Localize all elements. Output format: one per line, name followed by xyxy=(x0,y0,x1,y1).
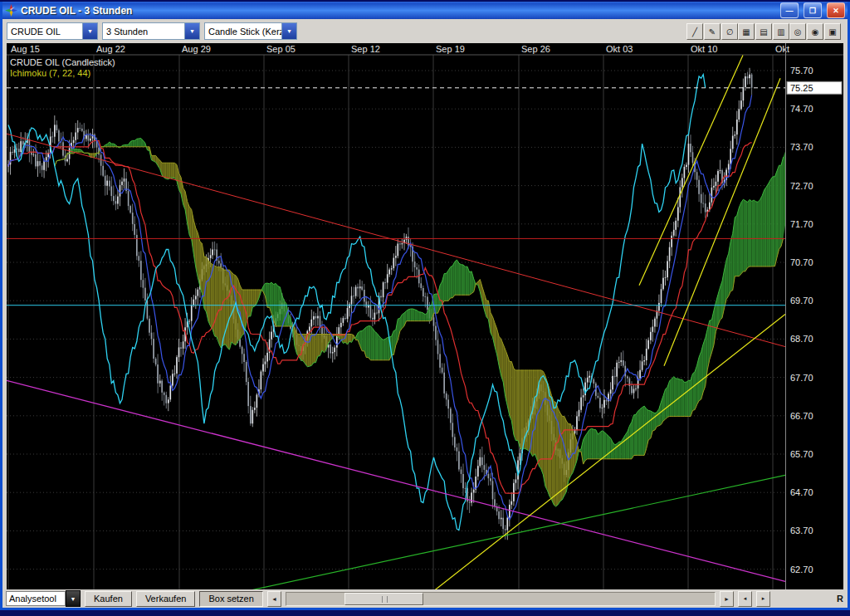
box-icon: ▣ xyxy=(828,27,836,37)
ring-icon: ◎ xyxy=(794,27,802,37)
app-icon xyxy=(5,4,17,17)
pencil-tool-button[interactable]: ✎ xyxy=(704,23,721,40)
chevron-left-icon: ◂ xyxy=(744,595,747,602)
scroll-left-button[interactable]: ◄ xyxy=(267,591,281,607)
timeframe-select[interactable]: 3 Stunden ▼ xyxy=(102,22,200,40)
step-right-button[interactable]: ▸ xyxy=(756,591,770,607)
empty-set-icon: ∅ xyxy=(726,27,734,37)
ring-indicator-button[interactable]: ◎ xyxy=(789,23,806,40)
chart-area[interactable]: 75.7074.7073.7072.7071.7070.7069.7068.70… xyxy=(7,43,843,589)
grid-dense-button[interactable]: ▦ xyxy=(738,23,755,40)
set-box-button[interactable]: Box setzen xyxy=(199,591,262,607)
chevron-down-icon: ▼ xyxy=(71,596,76,602)
svg-text:70.70: 70.70 xyxy=(790,257,813,267)
svg-text:Aug 15: Aug 15 xyxy=(11,44,40,54)
svg-text:69.70: 69.70 xyxy=(790,296,813,306)
svg-text:Sep 05: Sep 05 xyxy=(266,44,296,54)
horizontal-scrollbar[interactable] xyxy=(286,592,716,606)
chart-type-select[interactable]: Candle Stick (Kerze ▼ xyxy=(204,22,297,40)
svg-text:72.70: 72.70 xyxy=(790,181,813,191)
scroll-right-button[interactable]: ► xyxy=(720,591,734,607)
chart-type-value: Candle Stick (Kerze xyxy=(205,27,281,37)
svg-text:73.70: 73.70 xyxy=(790,142,813,152)
svg-text:Ichimoku (7, 22, 44): Ichimoku (7, 22, 44) xyxy=(10,68,90,78)
step-left-button[interactable]: ◂ xyxy=(738,591,752,607)
trendline-icon: ╱ xyxy=(692,27,697,37)
svg-text:74.70: 74.70 xyxy=(790,104,813,114)
top-toolbar: CRUDE OIL ▼ 3 Stunden ▼ Candle Stick (Ke… xyxy=(2,19,848,43)
box-indicator-button[interactable]: ▣ xyxy=(824,23,841,40)
svg-text:66.70: 66.70 xyxy=(790,411,813,421)
svg-text:75.70: 75.70 xyxy=(790,66,813,76)
chart-canvas[interactable]: 75.7074.7073.7072.7071.7070.7069.7068.70… xyxy=(7,43,843,589)
svg-text:75.25: 75.25 xyxy=(790,83,813,93)
svg-text:Sep 19: Sep 19 xyxy=(436,44,465,54)
chevron-down-icon[interactable]: ▼ xyxy=(281,23,296,39)
minimize-button[interactable]: — xyxy=(780,2,799,18)
close-button[interactable]: ✕ xyxy=(827,2,845,18)
null-tool-button[interactable]: ∅ xyxy=(721,23,738,40)
scrollbar-thumb[interactable] xyxy=(344,593,423,605)
svg-text:Sep 12: Sep 12 xyxy=(351,44,380,54)
chevron-down-icon[interactable]: ▼ xyxy=(184,23,199,39)
grid-dense-icon: ▦ xyxy=(742,27,750,37)
trendline-tool-button[interactable]: ╱ xyxy=(686,23,703,40)
svg-text:65.70: 65.70 xyxy=(790,449,813,459)
timeframe-value: 3 Stunden xyxy=(103,27,184,37)
svg-text:Okt 03: Okt 03 xyxy=(606,44,633,54)
grid-rows-icon: ▤ xyxy=(760,27,767,37)
symbol-value: CRUDE OIL xyxy=(7,27,82,37)
svg-text:Okt 10: Okt 10 xyxy=(691,44,717,54)
dot-icon: ◉ xyxy=(812,27,819,37)
grid-rows-button[interactable]: ▤ xyxy=(755,23,772,40)
arrow-left-icon: ◄ xyxy=(271,596,277,602)
svg-text:Aug 22: Aug 22 xyxy=(96,44,125,54)
title-bar[interactable]: CRUDE OIL - 3 Stunden — ❐ ✕ xyxy=(2,2,848,19)
chevron-down-icon[interactable]: ▼ xyxy=(82,23,97,39)
window-title: CRUDE OIL - 3 Stunden xyxy=(21,5,775,17)
svg-text:62.70: 62.70 xyxy=(790,565,813,574)
svg-text:67.70: 67.70 xyxy=(790,373,813,383)
pencil-icon: ✎ xyxy=(709,27,716,37)
arrow-right-icon: ► xyxy=(724,596,730,602)
svg-text:CRUDE OIL (Candlestick): CRUDE OIL (Candlestick) xyxy=(10,57,115,67)
symbol-select[interactable]: CRUDE OIL ▼ xyxy=(7,22,98,40)
bottom-toolbar: Analysetool ▼ Kaufen Verkaufen Box setze… xyxy=(2,589,848,608)
svg-text:63.70: 63.70 xyxy=(790,526,813,535)
dot-indicator-button[interactable]: ◉ xyxy=(807,23,823,40)
restore-button[interactable]: ❐ xyxy=(804,2,822,18)
svg-text:Sep 26: Sep 26 xyxy=(521,44,550,54)
corner-label: R xyxy=(837,594,844,604)
analyse-tool-dropdown-button[interactable]: ▼ xyxy=(66,590,81,607)
svg-text:64.70: 64.70 xyxy=(790,487,813,497)
analyse-tool-select[interactable]: Analysetool xyxy=(6,591,66,606)
svg-text:68.70: 68.70 xyxy=(790,334,813,344)
buy-button[interactable]: Kaufen xyxy=(85,591,132,607)
grid-cols-button[interactable]: ▥ xyxy=(773,23,789,40)
chevron-right-icon: ▸ xyxy=(762,595,765,602)
application-window: CRUDE OIL - 3 Stunden — ❐ ✕ CRUDE OIL ▼ … xyxy=(0,2,850,610)
sell-button[interactable]: Verkaufen xyxy=(136,591,196,607)
svg-text:71.70: 71.70 xyxy=(790,219,813,229)
grid-cols-icon: ▥ xyxy=(777,27,784,37)
svg-text:Aug 29: Aug 29 xyxy=(182,44,211,54)
